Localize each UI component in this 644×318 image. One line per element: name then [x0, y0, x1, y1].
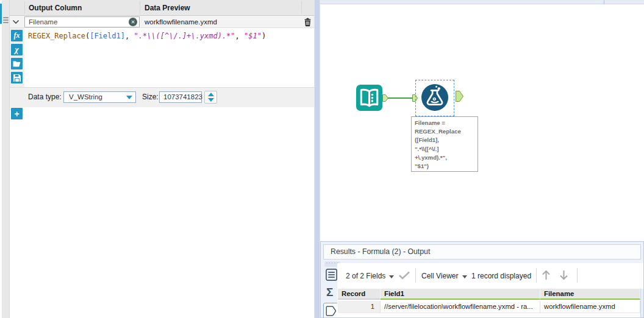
record-number-cell: 1	[338, 301, 381, 313]
results-content: 2 of 2 Fields Cell Viewer 1 record displ…	[337, 263, 644, 318]
scroll-up-icon[interactable]	[541, 269, 551, 281]
chevron-down-icon[interactable]	[12, 19, 20, 24]
scroll-down-icon[interactable]	[559, 269, 569, 281]
formula-tool-output-anchor[interactable]	[456, 91, 463, 102]
formula-replace-string: "$1"	[244, 32, 262, 40]
input-data-tool[interactable]	[356, 85, 382, 111]
results-panel-title: Results - Formula (2) - Output	[323, 244, 641, 260]
variables-button[interactable]: χ	[11, 44, 23, 55]
fx-icon: fx	[14, 30, 20, 41]
field1-value-cell[interactable]: //server/filelocation\workflowfilename.y…	[381, 301, 540, 313]
step-up-icon[interactable]	[208, 93, 214, 96]
save-expression-button[interactable]	[11, 72, 23, 83]
save-icon	[13, 74, 21, 82]
header-divider	[24, 1, 25, 14]
add-expression-button[interactable]: +	[11, 108, 23, 119]
formula-regex-string: ".*\\([^\/.]+\.yxmd).*"	[134, 32, 235, 40]
connection-line[interactable]	[388, 97, 413, 99]
results-table-header: Record Field1 Filename	[338, 289, 640, 300]
table-view-icon[interactable]	[325, 268, 338, 281]
delete-expression-icon[interactable]	[304, 18, 312, 27]
open-expression-button[interactable]	[11, 58, 23, 69]
expression-grid-header: Output Column Data Preview	[10, 0, 314, 16]
clear-field-icon[interactable]: ✕	[129, 18, 137, 26]
filename-column-header[interactable]: Filename	[540, 289, 640, 300]
open-book-icon	[356, 85, 382, 111]
header-divider	[301, 1, 302, 14]
drag-grip-icon[interactable]	[3, 17, 9, 23]
profile-sigma-icon[interactable]: Σ	[326, 286, 333, 299]
size-input[interactable]: 1073741823	[159, 91, 202, 103]
folder-open-icon	[13, 60, 21, 67]
formula-configuration-panel: Output Column Data Preview Filename ✕ wo…	[0, 0, 314, 318]
panel-splitter[interactable]	[314, 0, 320, 318]
fields-summary-dropdown[interactable]: 2 of 2 Fields	[346, 272, 385, 280]
data-preview-value: workflowfilename.yxmd	[145, 16, 217, 28]
canvas-top-strip-divider	[604, 0, 604, 4]
step-down-icon[interactable]	[208, 98, 214, 102]
data-preview-header: Data Preview	[145, 0, 190, 16]
size-stepper[interactable]	[204, 91, 217, 104]
metadata-pentagon-icon	[325, 305, 338, 317]
expression-gutter	[2, 0, 10, 318]
cell-viewer-caret-icon[interactable]	[462, 275, 467, 278]
toolbar-separator	[536, 268, 537, 283]
output-column-header: Output Column	[29, 0, 82, 16]
datatype-label: Data type:	[28, 87, 62, 107]
cell-viewer-dropdown[interactable]: Cell Viewer	[421, 272, 458, 280]
table-scrollbar[interactable]	[640, 289, 644, 318]
results-panel: Results - Formula (2) - Output ····· Σ 2…	[320, 241, 644, 318]
header-divider	[140, 1, 140, 14]
filename-value-cell[interactable]: workflowfilename.yxmd	[540, 301, 640, 313]
formula-function-name: REGEX_Replace	[28, 32, 85, 40]
datatype-caret-icon[interactable]	[126, 96, 132, 99]
apply-checkmark-icon[interactable]	[398, 271, 410, 280]
alteryx-designer-window: Output Column Data Preview Filename ✕ wo…	[0, 0, 644, 318]
formula-expression-editor[interactable]: REGEX_Replace([Field1], ".*\\([^\/.]+\.y…	[28, 32, 266, 41]
formula-field-ref: [Field1]	[90, 32, 125, 40]
size-label: Size:	[142, 87, 159, 107]
toolbar-separator	[415, 268, 416, 283]
functions-button[interactable]: fx	[11, 30, 23, 41]
table-row: 1 //server/filelocation\workflowfilename…	[338, 301, 640, 313]
canvas-top-strip	[320, 0, 644, 4]
record-column-header[interactable]: Record	[338, 289, 381, 300]
datatype-select[interactable]: V_WString	[63, 91, 136, 103]
flask-icon	[421, 84, 448, 111]
field1-column-header[interactable]: Field1	[381, 289, 540, 300]
tool-annotation[interactable]: Filename = REGEX_Replace ([Field1], ".*\…	[411, 116, 478, 172]
record-count-label: 1 record displayed	[471, 272, 531, 280]
fields-caret-icon[interactable]	[389, 275, 394, 278]
toolbar-separator	[577, 268, 578, 283]
output-column-input[interactable]: Filename	[24, 16, 140, 27]
chi-icon: χ	[15, 44, 19, 55]
formula-tool[interactable]	[421, 84, 448, 111]
